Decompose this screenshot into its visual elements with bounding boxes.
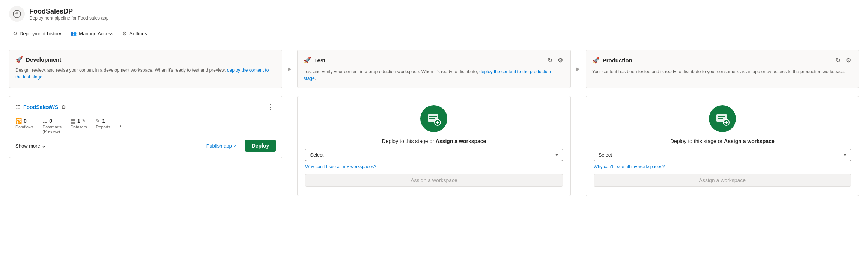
production-assign-plain: Deploy to this stage or [670,138,722,144]
production-assign-title: Deploy to this stage or Assign a workspa… [594,138,851,144]
production-assign-card: Deploy to this stage or Assign a workspa… [586,96,859,196]
production-settings-btn[interactable]: ⚙ [844,56,853,65]
production-assign-icon [709,105,736,132]
development-stage-desc: Design, review, and revise your content … [15,67,276,80]
test-settings-btn[interactable]: ⚙ [556,56,564,65]
datasets-stat-top: ▤ 1 ↻ [71,118,86,124]
workspace-name[interactable]: FoodSalesWS [23,104,58,110]
development-stage-title: Development [26,56,61,63]
test-workspace-select[interactable]: Select [305,149,563,161]
test-stage-actions: ↻ ⚙ [546,56,564,65]
settings-btn[interactable]: ⚙ Settings [119,28,151,39]
settings-icon: ⚙ [122,30,127,36]
more-btn[interactable]: ... [152,29,164,39]
datasets-label: Datasets [71,125,87,129]
test-assign-workspace-btn[interactable]: Assign a workspace [305,174,563,187]
datamarts-stat: ☷ 0 Datamarts(Preview) [42,118,62,134]
production-stage-card: 🚀 Production ↻ ⚙ Your content has been t… [586,50,859,88]
test-deploy-link[interactable]: deploy the content to the production sta… [304,69,551,81]
reports-count: 1 [102,118,105,124]
production-assign-bold: Assign a workspace [724,138,775,144]
workspace-card: ☷ FoodSalesWS ⚙ ⋮ 🔁 0 Dataflows ☷ [9,96,282,158]
workspace-action-row: Publish app ↗ Deploy [203,140,276,152]
production-stage-actions: ↻ ⚙ [834,56,853,65]
toolbar: ↻ Deployment history 👥 Manage Access ⚙ S… [0,25,868,42]
datasets-stat: ▤ 1 ↻ Datasets [71,118,87,129]
stages-top-row: 🚀 Development Design, review, and revise… [9,50,859,88]
svg-rect-3 [429,118,435,119]
test-why-link[interactable]: Why can't I see all my workspaces? [305,164,563,169]
test-select-wrapper: Select ▼ [305,149,563,161]
svg-rect-9 [718,118,723,119]
test-stage-title: Test [314,57,325,63]
reports-icon: ✎ [96,118,100,124]
workspace-more-btn[interactable]: ⋮ [265,102,276,112]
workspace-settings-icon: ⚙ [61,104,66,110]
production-stage-icon: 🚀 [592,57,600,64]
reports-stat: ✎ 1 Reports [96,118,110,129]
dataflows-label: Dataflows [15,125,33,129]
test-assign-icon [420,105,447,132]
datasets-icon: ▤ [71,118,75,124]
workspace-name-row: ☷ FoodSalesWS ⚙ [15,104,66,110]
datamarts-stat-top: ☷ 0 [42,118,52,124]
bottom-row: ☷ FoodSalesWS ⚙ ⋮ 🔁 0 Dataflows ☷ [9,96,859,196]
show-more-btn[interactable]: Show more ⌄ [15,142,46,150]
svg-rect-8 [718,116,725,117]
production-title-row: 🚀 Production [592,57,632,64]
production-assign-body: Deploy to this stage or Assign a workspa… [594,138,851,187]
datasets-refresh-icon: ↻ [82,119,86,124]
stats-chevron-right[interactable]: › [119,122,121,129]
dataflows-stat: 🔁 0 Dataflows [15,118,33,129]
app-title-group: FoodSalesDP Deployment pipeline for Food… [29,8,108,21]
main-content: 🚀 Development Design, review, and revise… [0,42,868,204]
publish-app-label: Publish app [206,143,232,149]
reports-label: Reports [96,125,110,129]
production-stage-title: Production [603,57,632,63]
development-stage-card: 🚀 Development Design, review, and revise… [9,50,282,88]
publish-app-btn[interactable]: Publish app ↗ [203,141,241,151]
test-stage-card: 🚀 Test ↻ ⚙ Test and verify your content … [297,50,570,88]
development-deploy-link[interactable]: deploy the content to the test stage [15,68,269,80]
production-workspace-select[interactable]: Select [594,149,851,161]
history-icon: ↻ [13,30,17,36]
test-assign-body: Deploy to this stage or Assign a workspa… [305,138,563,187]
test-assign-plain: Deploy to this stage or [382,138,434,144]
production-why-link[interactable]: Why can't I see all my workspaces? [594,164,851,169]
production-assign-workspace-btn[interactable]: Assign a workspace [594,174,851,187]
workspace-list-icon: ☷ [15,104,20,110]
test-stage-desc: Test and verify your content in a prepro… [304,68,564,82]
deployment-history-label: Deployment history [20,31,61,36]
test-history-btn[interactable]: ↻ [546,56,554,65]
arrow-dev-test: ► [282,50,297,88]
settings-label: Settings [129,31,147,36]
production-stage-header: 🚀 Production ↻ ⚙ [592,56,853,65]
test-stage-icon: 🚀 [304,57,311,64]
production-stage-desc: Your content has been tested and is read… [592,68,853,75]
production-select-wrapper: Select ▼ [594,149,851,161]
app-header: FoodSalesDP Deployment pipeline for Food… [0,0,868,25]
datamarts-icon: ☷ [42,118,47,124]
dataflows-count: 0 [24,118,27,124]
manage-access-label: Manage Access [79,31,113,36]
test-stage-header: 🚀 Test ↻ ⚙ [304,56,564,65]
workspace-stats-row: 🔁 0 Dataflows ☷ 0 Datamarts(Preview) ▤ [15,118,276,134]
app-logo [9,6,25,22]
manage-access-icon: 👥 [70,30,77,36]
deploy-btn[interactable]: Deploy [245,140,276,152]
datamarts-label: Datamarts(Preview) [42,125,62,134]
deployment-history-btn[interactable]: ↻ Deployment history [9,28,65,39]
development-stage-header: 🚀 Development [15,56,276,63]
app-subtitle: Deployment pipeline for Food sales app [29,15,108,21]
arrow-test-prod: ► [571,50,586,88]
dataflows-icon: 🔁 [15,118,22,124]
show-more-chevron-icon: ⌄ [42,143,46,149]
test-assign-title: Deploy to this stage or Assign a workspa… [305,138,563,144]
production-history-btn[interactable]: ↻ [834,56,842,65]
development-stage-icon: 🚀 [15,56,23,63]
development-title-row: 🚀 Development [15,56,61,63]
app-name: FoodSalesDP [29,8,108,15]
manage-access-btn[interactable]: 👥 Manage Access [66,28,117,39]
workspace-card-header: ☷ FoodSalesWS ⚙ ⋮ [15,102,276,112]
show-more-label: Show more [15,143,40,149]
